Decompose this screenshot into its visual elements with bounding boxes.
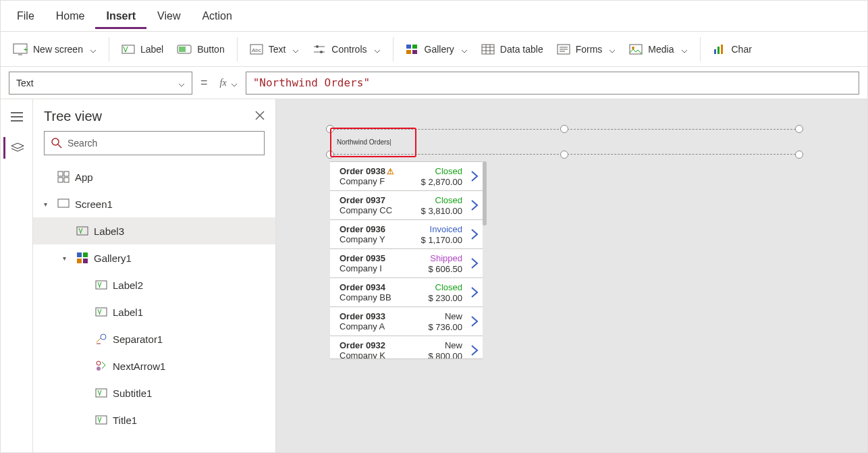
- order-amount: $ 1,170.00: [421, 235, 462, 245]
- next-arrow-icon[interactable]: [470, 257, 479, 271]
- insert-chart-button[interactable]: Char: [706, 40, 759, 59]
- svg-rect-44: [83, 252, 88, 257]
- svg-point-50: [97, 361, 101, 365]
- chevron-down-icon: [90, 46, 97, 53]
- tree-node-nextarrow1[interactable]: NextArrow1: [33, 352, 275, 379]
- next-arrow-icon[interactable]: [470, 170, 479, 184]
- insert-button-button[interactable]: Button: [170, 39, 231, 59]
- tree-node-label2[interactable]: Label2: [33, 271, 275, 298]
- svg-rect-29: [721, 45, 723, 54]
- button-icon: [177, 43, 192, 55]
- formula-input[interactable]: "Northwind Orders": [246, 72, 859, 95]
- tree-search-placeholder: Search: [67, 138, 97, 149]
- order-status: Closed: [435, 195, 462, 205]
- order-status: Closed: [435, 166, 462, 176]
- gallery-row[interactable]: Order 0932Company KNew$ 800.00: [330, 336, 483, 359]
- tree-node-label: Gallery1: [94, 252, 132, 264]
- insert-text-button[interactable]: Abc Text: [243, 40, 306, 59]
- gallery-row[interactable]: Order 0936Company YInvoiced$ 1,170.00: [330, 220, 483, 249]
- menu-view[interactable]: View: [146, 3, 191, 29]
- tree-node-label3[interactable]: Label3: [33, 217, 275, 244]
- ribbon: + New screen Label Button Abc Text Contr…: [1, 32, 867, 67]
- gallery-row[interactable]: Order 0937Company CCClosed$ 3,810.00: [330, 191, 483, 220]
- svg-rect-46: [83, 259, 88, 263]
- tree-view-title: Tree view: [44, 109, 102, 124]
- tree-node-subtitle1[interactable]: Subtitle1: [33, 379, 275, 406]
- left-rail: [1, 99, 33, 453]
- expand-chevron-icon: ▾: [63, 255, 71, 262]
- svg-rect-5: [179, 47, 186, 52]
- insert-media-label: Media: [648, 44, 674, 55]
- next-arrow-icon[interactable]: [470, 199, 479, 213]
- insert-text-label: Text: [269, 44, 286, 55]
- tree-node-separator1[interactable]: Separator1: [33, 325, 275, 352]
- insert-controls-button[interactable]: Controls: [306, 40, 387, 59]
- svg-rect-37: [58, 171, 63, 176]
- fx-button[interactable]: fx: [220, 78, 238, 88]
- svg-point-51: [97, 367, 101, 371]
- gallery-preview[interactable]: Order 0938⚠Company FClosed$ 2,870.00Orde…: [330, 161, 483, 359]
- svg-rect-13: [412, 45, 417, 49]
- chevron-down-icon: [374, 46, 381, 53]
- tree-node-label: Separator1: [113, 334, 163, 345]
- svg-rect-27: [714, 49, 716, 54]
- gallery-row[interactable]: Order 0935Company IShipped$ 606.50: [330, 249, 483, 278]
- svg-rect-42: [77, 227, 88, 235]
- svg-rect-45: [77, 259, 82, 263]
- insert-gallery-button[interactable]: Gallery: [399, 40, 474, 59]
- next-arrow-icon[interactable]: [470, 228, 479, 242]
- svg-point-49: [101, 334, 106, 340]
- chevron-down-icon: [178, 80, 185, 86]
- gallery-row[interactable]: Order 0933Company ANew$ 736.00: [330, 307, 483, 336]
- next-arrow-icon[interactable]: [470, 344, 479, 358]
- svg-rect-40: [64, 178, 69, 182]
- next-arrow-icon[interactable]: [470, 286, 479, 300]
- insert-label-button[interactable]: Label: [115, 39, 170, 59]
- gallery-row[interactable]: Order 0934Company BBClosed$ 230.00: [330, 278, 483, 307]
- gallery-scrollbar[interactable]: [483, 161, 487, 225]
- order-status: Closed: [435, 282, 462, 292]
- gallery-row[interactable]: Order 0938⚠Company FClosed$ 2,870.00: [330, 162, 483, 191]
- next-arrow-icon[interactable]: [470, 315, 479, 329]
- svg-rect-43: [77, 252, 82, 257]
- insert-forms-button[interactable]: Forms: [550, 40, 623, 59]
- forms-icon: [557, 44, 570, 55]
- tree-node-title1[interactable]: Title1: [33, 406, 275, 433]
- new-screen-button[interactable]: + New screen: [6, 39, 103, 59]
- property-dropdown-value: Text: [16, 78, 34, 88]
- order-status: Invoiced: [430, 224, 462, 234]
- tree-node-label: Label1: [113, 307, 143, 318]
- tree-node-label: Label2: [113, 279, 143, 291]
- selected-label-text: Northwind Orders: [337, 138, 391, 146]
- menu-action[interactable]: Action: [191, 3, 242, 29]
- equals-sign: =: [200, 76, 208, 90]
- property-dropdown[interactable]: Text: [9, 72, 192, 95]
- insert-data-table-button[interactable]: Data table: [474, 40, 550, 59]
- menu-file[interactable]: File: [6, 3, 45, 29]
- menu-home[interactable]: Home: [45, 3, 96, 29]
- hamburger-button[interactable]: [3, 106, 30, 128]
- svg-line-36: [58, 144, 61, 148]
- tree-node-gallery1[interactable]: ▾Gallery1: [33, 244, 275, 271]
- svg-rect-47: [96, 281, 107, 289]
- canvas[interactable]: Northwind Orders Order 0938⚠Company FClo…: [276, 99, 867, 453]
- svg-text:+: +: [24, 46, 28, 53]
- svg-rect-41: [58, 199, 69, 207]
- tree-node-label: Subtitle1: [113, 388, 152, 399]
- close-panel-button[interactable]: [255, 111, 265, 122]
- svg-text:Abc: Abc: [252, 47, 261, 53]
- insert-media-button[interactable]: Media: [622, 40, 694, 59]
- insert-button-text: Button: [197, 44, 224, 55]
- tree-node-app[interactable]: App: [33, 163, 275, 190]
- selected-label-control[interactable]: Northwind Orders: [330, 128, 799, 157]
- tree-view-rail-button[interactable]: [3, 137, 30, 159]
- menu-insert[interactable]: Insert: [95, 3, 146, 29]
- svg-point-11: [320, 51, 323, 53]
- menu-bar: File Home Insert View Action: [1, 1, 867, 32]
- tree-search-input[interactable]: Search: [44, 131, 265, 155]
- tree-node-screen1[interactable]: ▾Screen1: [33, 190, 275, 217]
- tree-node-label1[interactable]: Label1: [33, 298, 275, 325]
- app-icon: [57, 171, 70, 183]
- svg-rect-14: [406, 50, 411, 54]
- label-icon: [121, 43, 135, 55]
